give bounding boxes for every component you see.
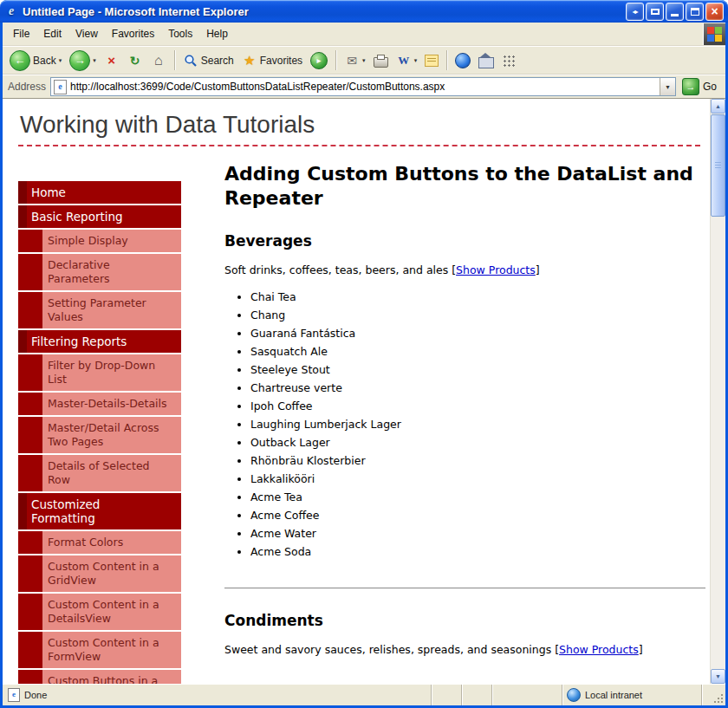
sidebar-item-customized-formatting[interactable]: Customized Formatting (18, 493, 181, 529)
monitor-span-button[interactable] (646, 3, 664, 21)
favorites-label: Favorites (260, 55, 302, 67)
menu-file[interactable]: File (6, 24, 36, 43)
menu-view[interactable]: View (68, 24, 105, 43)
address-input[interactable] (70, 81, 660, 93)
document-icon: e (8, 688, 20, 702)
go-button[interactable]: → Go (680, 78, 722, 95)
stop-button[interactable]: × (101, 51, 123, 70)
sidebar-item-home[interactable]: Home (18, 181, 181, 204)
product-item: Acme Soda (250, 545, 705, 558)
print-icon (374, 57, 388, 68)
messenger-button[interactable] (452, 51, 474, 70)
mail-dropdown-icon: ▾ (362, 57, 366, 64)
logo-pane-green (715, 27, 722, 34)
sidebar-item-setting-parameter-values[interactable]: Setting Parameter Values (18, 292, 181, 328)
tiles-button[interactable] (498, 52, 518, 68)
browser-window: e Untitled Page - Microsoft Internet Exp… (0, 0, 728, 708)
logo-pane-blue (707, 35, 714, 42)
security-zone-panel: Local intranet (562, 685, 702, 705)
bracket-close: ] (639, 643, 643, 656)
grid-icon (502, 54, 515, 67)
category-description-text: Sweet and savory sauces, relishes, sprea… (224, 643, 551, 656)
sidebar-item-master-detail-two-pages[interactable]: Master/Detail Across Two Pages (18, 417, 181, 453)
sidebar-item-custom-content-gridview[interactable]: Custom Content in a GridView (18, 555, 181, 592)
windows-logo-icon (703, 23, 725, 45)
address-label: Address (6, 81, 46, 93)
status-panel-3 (492, 685, 562, 705)
close-button[interactable]: × (705, 3, 724, 21)
page-icon: e (54, 80, 67, 94)
main-content: Adding Custom Buttons to the DataList an… (224, 162, 705, 656)
sidebar-item-simple-display[interactable]: Simple Display (18, 230, 181, 252)
resize-grip[interactable] (702, 685, 725, 705)
window-title: Untitled Page - Microsoft Internet Explo… (23, 5, 621, 18)
scroll-down-button[interactable]: ▼ (711, 669, 725, 684)
forward-button[interactable]: → ▾ (66, 49, 100, 73)
product-item: Acme Water (250, 527, 705, 540)
scrollbar-thumb[interactable] (711, 114, 725, 217)
sidebar-item-custom-content-formview[interactable]: Custom Content in a FormView (18, 632, 181, 668)
titlebar[interactable]: e Untitled Page - Microsoft Internet Exp… (0, 0, 728, 23)
ie-logo-icon: e (4, 4, 18, 18)
status-bar: e Done Local intranet (3, 684, 725, 705)
go-label: Go (703, 81, 717, 93)
menu-help[interactable]: Help (199, 24, 235, 43)
product-item: Lakkalikööri (250, 472, 705, 485)
mail-button[interactable]: ✉ ▾ (341, 51, 369, 70)
show-products-link[interactable]: Show Products (456, 263, 536, 276)
sidebar-item-basic-reporting[interactable]: Basic Reporting (18, 205, 181, 228)
maximize-icon (691, 8, 699, 16)
back-dropdown-icon: ▾ (59, 57, 62, 64)
maximize-button[interactable] (686, 3, 704, 21)
show-products-link[interactable]: Show Products (559, 643, 639, 656)
sidebar-item-filter-by-dropdown-list[interactable]: Filter by Drop-Down List (18, 354, 181, 391)
vertical-scrollbar[interactable]: ▲ ▼ (710, 99, 725, 684)
forward-dropdown-icon: ▾ (93, 57, 96, 64)
favorites-button[interactable]: ★ Favorites (238, 51, 306, 70)
logo-pane-yellow (715, 35, 722, 42)
refresh-button[interactable]: ↻ (124, 51, 146, 70)
sidebar-nav: Home Basic Reporting Simple Display Decl… (18, 181, 181, 684)
monitor-arrows-icon: ◂▸ (632, 8, 637, 16)
home-button[interactable]: ⌂ (147, 51, 170, 70)
section-divider (224, 588, 705, 589)
category-title: Condiments (224, 612, 705, 629)
sidebar-item-format-colors[interactable]: Format Colors (18, 531, 181, 554)
address-field: e ▼ (50, 77, 676, 96)
sidebar-item-custom-content-detailsview[interactable]: Custom Content in a DetailsView (18, 594, 181, 630)
discuss-note-icon (425, 55, 439, 67)
back-button[interactable]: ← Back ▾ (6, 49, 65, 73)
sidebar-item-declarative-parameters[interactable]: Declarative Parameters (18, 254, 181, 290)
menu-tools[interactable]: Tools (161, 24, 199, 43)
product-item: Chartreuse verte (250, 381, 705, 394)
refresh-icon: ↻ (127, 53, 143, 68)
menu-edit[interactable]: Edit (36, 24, 68, 43)
sidebar-item-master-details-details[interactable]: Master-Details-Details (18, 393, 181, 415)
web-page: Working with Data Tutorials Home Basic R… (3, 99, 711, 684)
address-dropdown-button[interactable]: ▼ (660, 78, 675, 95)
scroll-down-icon: ▼ (715, 673, 721, 679)
monitor-move-button[interactable]: ◂▸ (626, 3, 644, 21)
media-button[interactable]: ▸ (307, 50, 331, 71)
print-button[interactable] (370, 52, 392, 69)
product-item: Chang (250, 309, 705, 322)
mail-icon: ✉ (344, 53, 360, 68)
product-list: Chai Tea Chang Guaraná Fantástica Sasqua… (237, 290, 705, 558)
edit-button[interactable]: W ▾ (393, 51, 421, 70)
scroll-up-icon: ▲ (715, 103, 721, 109)
word-icon: W (396, 53, 412, 68)
scroll-up-button[interactable]: ▲ (711, 99, 725, 114)
menu-favorites[interactable]: Favorites (105, 24, 161, 43)
sidebar-item-filtering-reports[interactable]: Filtering Reports (18, 330, 181, 353)
page-title: Adding Custom Buttons to the DataList an… (224, 162, 705, 210)
product-item: Ipoh Coffee (250, 399, 705, 412)
sidebar-item-details-of-selected-row[interactable]: Details of Selected Row (18, 455, 181, 491)
edit-dropdown-icon: ▾ (414, 57, 418, 64)
minimize-button[interactable] (666, 3, 684, 21)
sidebar-item-custom-buttons[interactable]: Custom Buttons in a DataList (18, 670, 181, 684)
research-button[interactable] (475, 51, 497, 70)
product-item: Chai Tea (250, 290, 705, 303)
discuss-button[interactable] (421, 53, 442, 68)
toolbar-separator (446, 50, 447, 70)
search-button[interactable]: Search (179, 51, 237, 70)
